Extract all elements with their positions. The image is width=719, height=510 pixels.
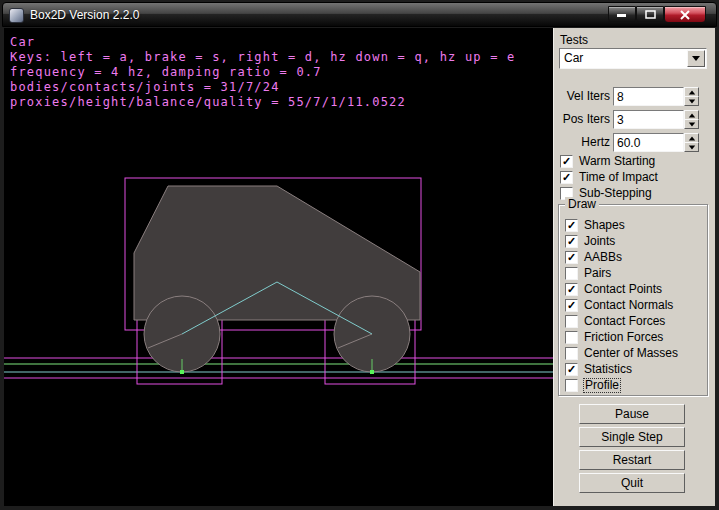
checkbox-box: ✓ xyxy=(565,283,578,296)
arrow-down-icon xyxy=(688,99,694,103)
arrow-up-icon xyxy=(688,136,694,140)
draw-group-label: Draw xyxy=(565,197,599,211)
draw-group-box: Draw ✓ Shapes ✓ Joints ✓ AABBs Pairs ✓ C… xyxy=(558,204,708,396)
arrow-down-icon xyxy=(688,145,694,149)
arrow-up-icon xyxy=(688,90,694,94)
checkbox-label: Statistics xyxy=(584,363,632,376)
pos-iters-spinner xyxy=(684,110,699,129)
vel-iters-row: Vel Iters xyxy=(554,87,714,106)
window-title: Box2D Version 2.2.0 xyxy=(30,8,139,22)
checkbox-box: ✓ xyxy=(565,219,578,232)
checkbox-label: Center of Masses xyxy=(584,347,678,360)
checkbox-box xyxy=(565,347,578,360)
hertz-spinner xyxy=(684,133,699,152)
close-icon xyxy=(680,10,690,20)
checkbox-box: ✓ xyxy=(560,155,573,168)
checkbox-label: Shapes xyxy=(584,219,625,232)
checkbox-label: Time of Impact xyxy=(579,171,658,184)
tests-dropdown-value: Car xyxy=(564,51,583,65)
checkbox-label: Friction Forces xyxy=(584,331,663,344)
overlay-bodies: bodies/contacts/joints = 31/7/24 xyxy=(10,80,280,94)
checkbox-box xyxy=(565,331,578,344)
physics-canvas[interactable]: Car Keys: left = a, brake = s, right = d… xyxy=(4,28,553,506)
checkbox-box xyxy=(565,267,578,280)
control-panel: Tests Car Vel Iters Pos Iters Hert xyxy=(553,28,715,506)
tests-dropdown[interactable]: Car xyxy=(559,48,707,69)
checkbox-label: Contact Forces xyxy=(584,315,665,328)
vel-iters-down-button[interactable] xyxy=(684,96,699,106)
maximize-icon xyxy=(645,10,656,19)
vel-iters-spinner xyxy=(684,87,699,106)
hertz-row: Hertz xyxy=(554,133,714,152)
application-window: Box2D Version 2.2.0 xyxy=(0,0,719,510)
hertz-label: Hertz xyxy=(554,135,610,149)
overlay-proxies: proxies/height/balance/quality = 55/7/1/… xyxy=(10,95,406,109)
arrow-up-icon xyxy=(688,113,694,117)
checkbox-label: Warm Starting xyxy=(579,155,655,168)
checkbox-box: ✓ xyxy=(565,235,578,248)
pos-iters-label: Pos Iters xyxy=(554,112,610,126)
vel-iters-label: Vel Iters xyxy=(554,89,610,103)
minimize-icon xyxy=(617,12,627,18)
title-bar[interactable]: Box2D Version 2.2.0 xyxy=(2,2,717,27)
checkbox-label: Profile xyxy=(584,379,620,392)
checkbox-label: Joints xyxy=(584,235,615,248)
checkbox-box: ✓ xyxy=(565,299,578,312)
left-contact-point xyxy=(180,370,184,374)
checkbox-box: ✓ xyxy=(565,251,578,264)
close-button[interactable] xyxy=(664,6,706,23)
overlay-frequency: frequency = 4 hz, damping ratio = 0.7 xyxy=(10,65,322,79)
arrow-down-icon xyxy=(688,122,694,126)
checkbox-box xyxy=(565,315,578,328)
overlay-test-name: Car xyxy=(10,35,35,49)
checkbox-box xyxy=(565,379,578,392)
pos-iters-input[interactable] xyxy=(613,110,684,129)
tests-dropdown-arrow-button[interactable] xyxy=(687,50,705,67)
pos-iters-down-button[interactable] xyxy=(684,119,699,129)
checkbox-box: ✓ xyxy=(560,171,573,184)
single-step-button[interactable]: Single Step xyxy=(579,427,685,447)
quit-button[interactable]: Quit xyxy=(579,473,685,493)
app-icon xyxy=(9,8,24,23)
maximize-button[interactable] xyxy=(636,6,664,23)
tests-label: Tests xyxy=(560,33,588,47)
vel-iters-input[interactable] xyxy=(613,87,684,106)
hertz-input[interactable] xyxy=(613,133,684,152)
checkbox-label: Pairs xyxy=(584,267,611,280)
minimize-button[interactable] xyxy=(608,6,636,23)
pos-iters-row: Pos Iters xyxy=(554,110,714,129)
right-contact-point xyxy=(370,370,374,374)
checkbox-label: Contact Points xyxy=(584,283,662,296)
pause-button[interactable]: Pause xyxy=(579,404,685,424)
checkbox-label: AABBs xyxy=(584,251,622,264)
hertz-down-button[interactable] xyxy=(684,142,699,152)
chevron-down-icon xyxy=(692,56,700,61)
checkbox-label: Contact Normals xyxy=(584,299,673,312)
overlay-keys: Keys: left = a, brake = s, right = d, hz… xyxy=(10,50,515,64)
checkbox-box: ✓ xyxy=(565,363,578,376)
restart-button[interactable]: Restart xyxy=(579,450,685,470)
